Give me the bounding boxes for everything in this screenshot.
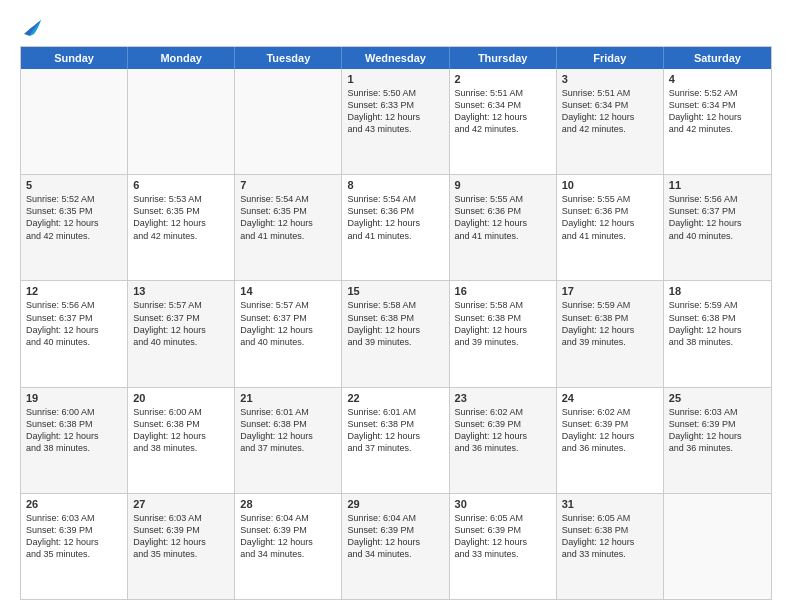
- cal-cell-10: 10Sunrise: 5:55 AM Sunset: 6:36 PM Dayli…: [557, 175, 664, 280]
- cal-cell-23: 23Sunrise: 6:02 AM Sunset: 6:39 PM Dayli…: [450, 388, 557, 493]
- cal-cell-26: 26Sunrise: 6:03 AM Sunset: 6:39 PM Dayli…: [21, 494, 128, 599]
- day-number-21: 21: [240, 392, 336, 404]
- day-text-20: Sunrise: 6:00 AM Sunset: 6:38 PM Dayligh…: [133, 406, 229, 455]
- day-text-2: Sunrise: 5:51 AM Sunset: 6:34 PM Dayligh…: [455, 87, 551, 136]
- cal-cell-2: 2Sunrise: 5:51 AM Sunset: 6:34 PM Daylig…: [450, 69, 557, 174]
- day-number-19: 19: [26, 392, 122, 404]
- day-text-1: Sunrise: 5:50 AM Sunset: 6:33 PM Dayligh…: [347, 87, 443, 136]
- day-number-28: 28: [240, 498, 336, 510]
- cal-cell-19: 19Sunrise: 6:00 AM Sunset: 6:38 PM Dayli…: [21, 388, 128, 493]
- cal-cell-empty-0-2: [235, 69, 342, 174]
- day-number-3: 3: [562, 73, 658, 85]
- day-number-27: 27: [133, 498, 229, 510]
- header-day-saturday: Saturday: [664, 47, 771, 69]
- cal-cell-12: 12Sunrise: 5:56 AM Sunset: 6:37 PM Dayli…: [21, 281, 128, 386]
- day-text-25: Sunrise: 6:03 AM Sunset: 6:39 PM Dayligh…: [669, 406, 766, 455]
- calendar-body: 1Sunrise: 5:50 AM Sunset: 6:33 PM Daylig…: [21, 69, 771, 599]
- day-text-19: Sunrise: 6:00 AM Sunset: 6:38 PM Dayligh…: [26, 406, 122, 455]
- cal-cell-15: 15Sunrise: 5:58 AM Sunset: 6:38 PM Dayli…: [342, 281, 449, 386]
- day-number-2: 2: [455, 73, 551, 85]
- day-text-21: Sunrise: 6:01 AM Sunset: 6:38 PM Dayligh…: [240, 406, 336, 455]
- day-text-16: Sunrise: 5:58 AM Sunset: 6:38 PM Dayligh…: [455, 299, 551, 348]
- header-day-sunday: Sunday: [21, 47, 128, 69]
- day-text-17: Sunrise: 5:59 AM Sunset: 6:38 PM Dayligh…: [562, 299, 658, 348]
- cal-row-4: 26Sunrise: 6:03 AM Sunset: 6:39 PM Dayli…: [21, 494, 771, 599]
- day-number-6: 6: [133, 179, 229, 191]
- cal-row-1: 5Sunrise: 5:52 AM Sunset: 6:35 PM Daylig…: [21, 175, 771, 281]
- cal-cell-30: 30Sunrise: 6:05 AM Sunset: 6:39 PM Dayli…: [450, 494, 557, 599]
- day-number-18: 18: [669, 285, 766, 297]
- day-text-11: Sunrise: 5:56 AM Sunset: 6:37 PM Dayligh…: [669, 193, 766, 242]
- logo-bird-icon: [22, 16, 42, 38]
- cal-cell-11: 11Sunrise: 5:56 AM Sunset: 6:37 PM Dayli…: [664, 175, 771, 280]
- cal-cell-17: 17Sunrise: 5:59 AM Sunset: 6:38 PM Dayli…: [557, 281, 664, 386]
- day-text-22: Sunrise: 6:01 AM Sunset: 6:38 PM Dayligh…: [347, 406, 443, 455]
- day-number-9: 9: [455, 179, 551, 191]
- day-number-10: 10: [562, 179, 658, 191]
- cal-row-0: 1Sunrise: 5:50 AM Sunset: 6:33 PM Daylig…: [21, 69, 771, 175]
- day-number-13: 13: [133, 285, 229, 297]
- cal-cell-13: 13Sunrise: 5:57 AM Sunset: 6:37 PM Dayli…: [128, 281, 235, 386]
- day-number-22: 22: [347, 392, 443, 404]
- day-text-23: Sunrise: 6:02 AM Sunset: 6:39 PM Dayligh…: [455, 406, 551, 455]
- cal-cell-8: 8Sunrise: 5:54 AM Sunset: 6:36 PM Daylig…: [342, 175, 449, 280]
- cal-row-2: 12Sunrise: 5:56 AM Sunset: 6:37 PM Dayli…: [21, 281, 771, 387]
- day-text-9: Sunrise: 5:55 AM Sunset: 6:36 PM Dayligh…: [455, 193, 551, 242]
- cal-cell-3: 3Sunrise: 5:51 AM Sunset: 6:34 PM Daylig…: [557, 69, 664, 174]
- cal-cell-29: 29Sunrise: 6:04 AM Sunset: 6:39 PM Dayli…: [342, 494, 449, 599]
- cal-cell-empty-0-1: [128, 69, 235, 174]
- day-number-20: 20: [133, 392, 229, 404]
- day-number-16: 16: [455, 285, 551, 297]
- day-text-5: Sunrise: 5:52 AM Sunset: 6:35 PM Dayligh…: [26, 193, 122, 242]
- cal-cell-27: 27Sunrise: 6:03 AM Sunset: 6:39 PM Dayli…: [128, 494, 235, 599]
- calendar: SundayMondayTuesdayWednesdayThursdayFrid…: [20, 46, 772, 600]
- day-text-13: Sunrise: 5:57 AM Sunset: 6:37 PM Dayligh…: [133, 299, 229, 348]
- day-number-4: 4: [669, 73, 766, 85]
- day-number-7: 7: [240, 179, 336, 191]
- day-number-14: 14: [240, 285, 336, 297]
- header-day-tuesday: Tuesday: [235, 47, 342, 69]
- cal-cell-empty-4-6: [664, 494, 771, 599]
- cal-cell-16: 16Sunrise: 5:58 AM Sunset: 6:38 PM Dayli…: [450, 281, 557, 386]
- calendar-header-row: SundayMondayTuesdayWednesdayThursdayFrid…: [21, 47, 771, 69]
- header-day-friday: Friday: [557, 47, 664, 69]
- cal-cell-28: 28Sunrise: 6:04 AM Sunset: 6:39 PM Dayli…: [235, 494, 342, 599]
- header-day-wednesday: Wednesday: [342, 47, 449, 69]
- cal-cell-22: 22Sunrise: 6:01 AM Sunset: 6:38 PM Dayli…: [342, 388, 449, 493]
- cal-cell-20: 20Sunrise: 6:00 AM Sunset: 6:38 PM Dayli…: [128, 388, 235, 493]
- cal-cell-21: 21Sunrise: 6:01 AM Sunset: 6:38 PM Dayli…: [235, 388, 342, 493]
- cal-cell-1: 1Sunrise: 5:50 AM Sunset: 6:33 PM Daylig…: [342, 69, 449, 174]
- day-text-29: Sunrise: 6:04 AM Sunset: 6:39 PM Dayligh…: [347, 512, 443, 561]
- day-text-24: Sunrise: 6:02 AM Sunset: 6:39 PM Dayligh…: [562, 406, 658, 455]
- header-day-thursday: Thursday: [450, 47, 557, 69]
- page: SundayMondayTuesdayWednesdayThursdayFrid…: [0, 0, 792, 612]
- day-text-8: Sunrise: 5:54 AM Sunset: 6:36 PM Dayligh…: [347, 193, 443, 242]
- day-text-30: Sunrise: 6:05 AM Sunset: 6:39 PM Dayligh…: [455, 512, 551, 561]
- day-number-29: 29: [347, 498, 443, 510]
- logo: [20, 16, 42, 36]
- cal-cell-empty-0-0: [21, 69, 128, 174]
- cal-cell-4: 4Sunrise: 5:52 AM Sunset: 6:34 PM Daylig…: [664, 69, 771, 174]
- day-text-10: Sunrise: 5:55 AM Sunset: 6:36 PM Dayligh…: [562, 193, 658, 242]
- cal-cell-24: 24Sunrise: 6:02 AM Sunset: 6:39 PM Dayli…: [557, 388, 664, 493]
- day-number-25: 25: [669, 392, 766, 404]
- day-text-3: Sunrise: 5:51 AM Sunset: 6:34 PM Dayligh…: [562, 87, 658, 136]
- day-number-26: 26: [26, 498, 122, 510]
- cal-cell-9: 9Sunrise: 5:55 AM Sunset: 6:36 PM Daylig…: [450, 175, 557, 280]
- cal-cell-31: 31Sunrise: 6:05 AM Sunset: 6:38 PM Dayli…: [557, 494, 664, 599]
- day-number-17: 17: [562, 285, 658, 297]
- day-number-24: 24: [562, 392, 658, 404]
- cal-row-3: 19Sunrise: 6:00 AM Sunset: 6:38 PM Dayli…: [21, 388, 771, 494]
- day-text-14: Sunrise: 5:57 AM Sunset: 6:37 PM Dayligh…: [240, 299, 336, 348]
- cal-cell-25: 25Sunrise: 6:03 AM Sunset: 6:39 PM Dayli…: [664, 388, 771, 493]
- day-number-23: 23: [455, 392, 551, 404]
- day-number-15: 15: [347, 285, 443, 297]
- day-number-1: 1: [347, 73, 443, 85]
- day-number-12: 12: [26, 285, 122, 297]
- day-text-28: Sunrise: 6:04 AM Sunset: 6:39 PM Dayligh…: [240, 512, 336, 561]
- day-number-8: 8: [347, 179, 443, 191]
- header-day-monday: Monday: [128, 47, 235, 69]
- day-text-4: Sunrise: 5:52 AM Sunset: 6:34 PM Dayligh…: [669, 87, 766, 136]
- day-text-12: Sunrise: 5:56 AM Sunset: 6:37 PM Dayligh…: [26, 299, 122, 348]
- day-text-15: Sunrise: 5:58 AM Sunset: 6:38 PM Dayligh…: [347, 299, 443, 348]
